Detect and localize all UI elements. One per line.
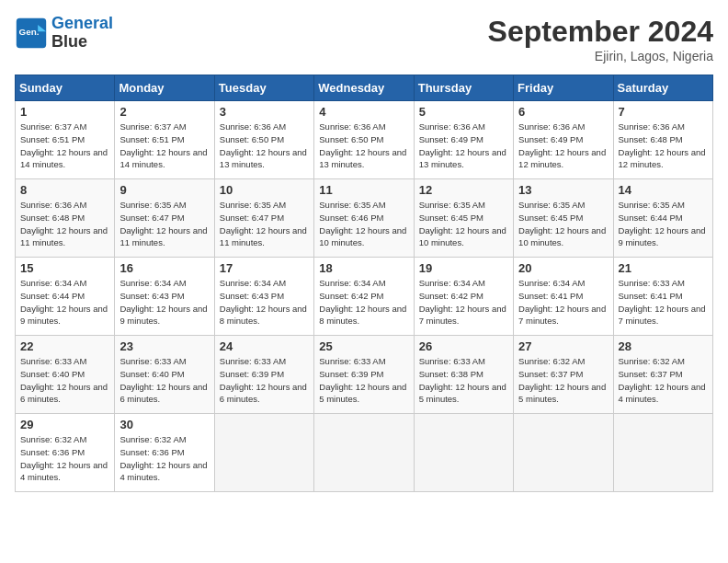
day-info: Sunrise: 6:35 AMSunset: 6:47 PMDaylight:…	[119, 199, 209, 249]
svg-text:Gen.: Gen.	[19, 27, 40, 37]
day-info: Sunrise: 6:36 AMSunset: 6:50 PMDaylight:…	[319, 121, 408, 171]
day-info: Sunrise: 6:37 AMSunset: 6:51 PMDaylight:…	[119, 121, 209, 171]
day-info: Sunrise: 6:32 AMSunset: 6:37 PMDaylight:…	[518, 355, 608, 406]
calendar-day-empty	[314, 414, 414, 492]
calendar-day-20: 20Sunrise: 6:34 AMSunset: 6:41 PMDayligh…	[514, 258, 613, 336]
day-number: 26	[419, 339, 508, 353]
day-number: 5	[419, 105, 508, 119]
calendar-header-saturday: Saturday	[613, 75, 712, 101]
day-info: Sunrise: 6:33 AMSunset: 6:40 PMDaylight:…	[20, 355, 109, 406]
calendar-day-29: 29Sunrise: 6:32 AMSunset: 6:36 PMDayligh…	[16, 414, 115, 492]
day-info: Sunrise: 6:33 AMSunset: 6:39 PMDaylight:…	[220, 355, 309, 406]
logo-text: GeneralBlue	[51, 15, 113, 52]
day-number: 27	[518, 339, 608, 353]
day-info: Sunrise: 6:36 AMSunset: 6:48 PMDaylight:…	[20, 199, 109, 249]
day-number: 20	[518, 261, 608, 275]
day-info: Sunrise: 6:35 AMSunset: 6:47 PMDaylight:…	[220, 199, 309, 249]
day-number: 2	[119, 105, 209, 119]
day-number: 7	[619, 105, 708, 119]
calendar-day-14: 14Sunrise: 6:35 AMSunset: 6:44 PMDayligh…	[613, 179, 712, 258]
day-info: Sunrise: 6:33 AMSunset: 6:39 PMDaylight:…	[319, 355, 408, 406]
calendar-header-wednesday: Wednesday	[314, 75, 414, 101]
calendar-body: 1Sunrise: 6:37 AMSunset: 6:51 PMDaylight…	[16, 101, 713, 492]
day-info: Sunrise: 6:36 AMSunset: 6:49 PMDaylight:…	[419, 121, 508, 171]
day-info: Sunrise: 6:37 AMSunset: 6:51 PMDaylight:…	[20, 121, 109, 171]
day-number: 6	[518, 105, 608, 119]
calendar-day-27: 27Sunrise: 6:32 AMSunset: 6:37 PMDayligh…	[514, 336, 613, 414]
calendar-header-sunday: Sunday	[16, 75, 115, 101]
day-info: Sunrise: 6:34 AMSunset: 6:43 PMDaylight:…	[119, 277, 209, 327]
calendar-day-13: 13Sunrise: 6:35 AMSunset: 6:45 PMDayligh…	[514, 179, 613, 258]
calendar-day-15: 15Sunrise: 6:34 AMSunset: 6:44 PMDayligh…	[16, 258, 115, 336]
day-info: Sunrise: 6:33 AMSunset: 6:40 PMDaylight:…	[119, 355, 209, 406]
day-number: 13	[518, 183, 608, 197]
calendar-day-5: 5Sunrise: 6:36 AMSunset: 6:49 PMDaylight…	[414, 101, 513, 179]
calendar-day-18: 18Sunrise: 6:34 AMSunset: 6:42 PMDayligh…	[314, 258, 414, 336]
calendar-day-empty	[414, 414, 513, 492]
logo-icon: Gen.	[15, 17, 48, 50]
calendar-day-16: 16Sunrise: 6:34 AMSunset: 6:43 PMDayligh…	[115, 258, 214, 336]
calendar-day-3: 3Sunrise: 6:36 AMSunset: 6:50 PMDaylight…	[214, 101, 313, 179]
calendar-table: SundayMondayTuesdayWednesdayThursdayFrid…	[15, 75, 713, 492]
day-number: 15	[20, 261, 109, 275]
calendar-header-row: SundayMondayTuesdayWednesdayThursdayFrid…	[16, 75, 713, 101]
calendar-day-8: 8Sunrise: 6:36 AMSunset: 6:48 PMDaylight…	[16, 179, 115, 258]
day-number: 25	[319, 339, 408, 353]
day-info: Sunrise: 6:32 AMSunset: 6:36 PMDaylight:…	[20, 433, 109, 484]
calendar-week-4: 22Sunrise: 6:33 AMSunset: 6:40 PMDayligh…	[16, 336, 713, 414]
day-number: 22	[20, 339, 109, 353]
calendar-day-23: 23Sunrise: 6:33 AMSunset: 6:40 PMDayligh…	[115, 336, 214, 414]
day-number: 29	[20, 418, 109, 431]
calendar-day-12: 12Sunrise: 6:35 AMSunset: 6:45 PMDayligh…	[414, 179, 513, 258]
day-info: Sunrise: 6:35 AMSunset: 6:45 PMDaylight:…	[419, 199, 508, 249]
day-number: 16	[119, 261, 209, 275]
calendar-day-empty	[514, 414, 613, 492]
day-info: Sunrise: 6:34 AMSunset: 6:44 PMDaylight:…	[20, 277, 109, 327]
day-number: 19	[419, 261, 508, 275]
calendar-header-friday: Friday	[514, 75, 613, 101]
day-info: Sunrise: 6:36 AMSunset: 6:48 PMDaylight:…	[619, 121, 708, 171]
day-number: 30	[119, 418, 209, 431]
day-number: 14	[619, 183, 708, 197]
calendar-day-2: 2Sunrise: 6:37 AMSunset: 6:51 PMDaylight…	[115, 101, 214, 179]
calendar-day-empty	[214, 414, 313, 492]
day-number: 21	[619, 261, 708, 275]
calendar-header-thursday: Thursday	[414, 75, 513, 101]
day-info: Sunrise: 6:33 AMSunset: 6:41 PMDaylight:…	[619, 277, 708, 327]
calendar-day-empty	[613, 414, 712, 492]
calendar-day-7: 7Sunrise: 6:36 AMSunset: 6:48 PMDaylight…	[613, 101, 712, 179]
day-number: 1	[20, 105, 109, 119]
day-info: Sunrise: 6:36 AMSunset: 6:49 PMDaylight:…	[518, 121, 608, 171]
day-info: Sunrise: 6:32 AMSunset: 6:36 PMDaylight:…	[119, 433, 209, 484]
day-info: Sunrise: 6:35 AMSunset: 6:44 PMDaylight:…	[619, 199, 708, 249]
day-info: Sunrise: 6:34 AMSunset: 6:42 PMDaylight:…	[319, 277, 408, 327]
day-info: Sunrise: 6:33 AMSunset: 6:38 PMDaylight:…	[419, 355, 508, 406]
day-info: Sunrise: 6:36 AMSunset: 6:50 PMDaylight:…	[220, 121, 309, 171]
day-number: 17	[220, 261, 309, 275]
calendar-header-tuesday: Tuesday	[214, 75, 313, 101]
calendar-day-9: 9Sunrise: 6:35 AMSunset: 6:47 PMDaylight…	[115, 179, 214, 258]
calendar-day-26: 26Sunrise: 6:33 AMSunset: 6:38 PMDayligh…	[414, 336, 513, 414]
day-number: 24	[220, 339, 309, 353]
calendar-week-3: 15Sunrise: 6:34 AMSunset: 6:44 PMDayligh…	[16, 258, 713, 336]
day-number: 10	[220, 183, 309, 197]
day-info: Sunrise: 6:34 AMSunset: 6:42 PMDaylight:…	[419, 277, 508, 327]
day-info: Sunrise: 6:34 AMSunset: 6:43 PMDaylight:…	[220, 277, 309, 327]
day-number: 18	[319, 261, 408, 275]
calendar-day-4: 4Sunrise: 6:36 AMSunset: 6:50 PMDaylight…	[314, 101, 414, 179]
day-number: 4	[319, 105, 408, 119]
calendar-day-6: 6Sunrise: 6:36 AMSunset: 6:49 PMDaylight…	[514, 101, 613, 179]
calendar-day-21: 21Sunrise: 6:33 AMSunset: 6:41 PMDayligh…	[613, 258, 712, 336]
day-number: 23	[119, 339, 209, 353]
calendar-day-24: 24Sunrise: 6:33 AMSunset: 6:39 PMDayligh…	[214, 336, 313, 414]
calendar-day-17: 17Sunrise: 6:34 AMSunset: 6:43 PMDayligh…	[214, 258, 313, 336]
calendar-week-5: 29Sunrise: 6:32 AMSunset: 6:36 PMDayligh…	[16, 414, 713, 492]
day-info: Sunrise: 6:32 AMSunset: 6:37 PMDaylight:…	[619, 355, 708, 406]
day-info: Sunrise: 6:35 AMSunset: 6:46 PMDaylight:…	[319, 199, 408, 249]
calendar-day-19: 19Sunrise: 6:34 AMSunset: 6:42 PMDayligh…	[414, 258, 513, 336]
calendar-day-11: 11Sunrise: 6:35 AMSunset: 6:46 PMDayligh…	[314, 179, 414, 258]
title-area: September 2024 Ejirin, Lagos, Nigeria	[488, 15, 713, 63]
location-title: Ejirin, Lagos, Nigeria	[488, 49, 713, 63]
day-number: 12	[419, 183, 508, 197]
day-info: Sunrise: 6:34 AMSunset: 6:41 PMDaylight:…	[518, 277, 608, 327]
